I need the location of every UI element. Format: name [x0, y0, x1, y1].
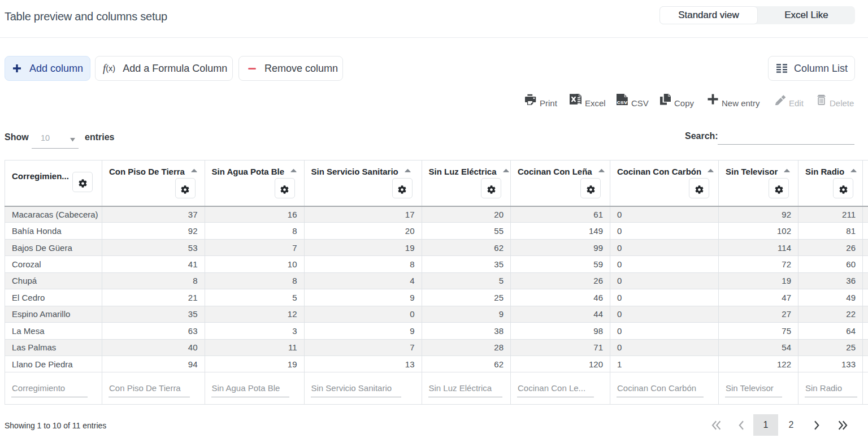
svg-text:csv: csv	[617, 99, 628, 105]
